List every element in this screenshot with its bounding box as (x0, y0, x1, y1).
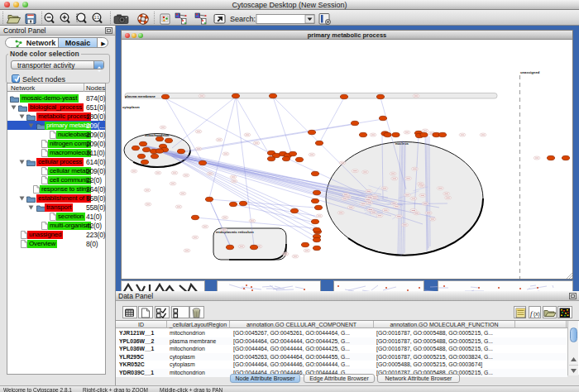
svg-text:Search:: Search: (230, 15, 256, 23)
svg-text:cytoplasm: cytoplasm (122, 105, 140, 109)
svg-text:(x): (x) (534, 311, 540, 318)
svg-text:1:1: 1:1 (94, 16, 100, 20)
svg-text:plasma membrane: plasma membrane (125, 94, 156, 98)
svg-text:unassigned: unassigned (520, 70, 540, 74)
svg-text:mitochondrion: mitochondrion (145, 133, 170, 137)
